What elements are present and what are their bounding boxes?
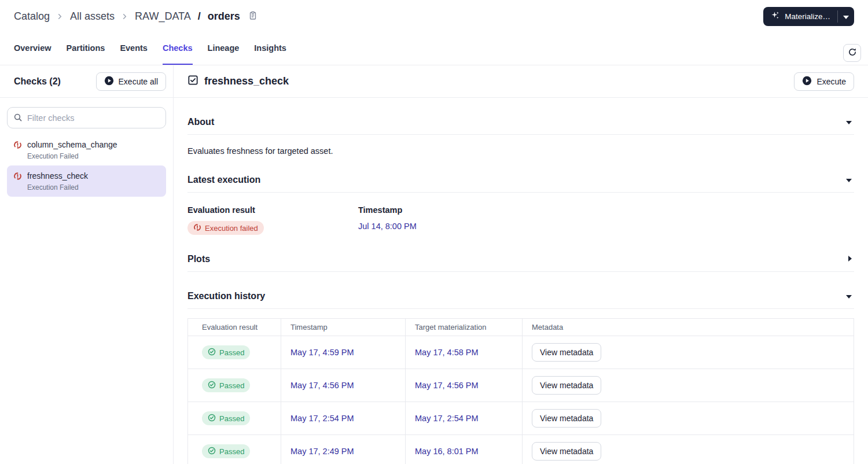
- top-bar: Catalog All assets RAW_DATA / orders Mat…: [0, 0, 868, 32]
- caret-down-icon: [846, 175, 852, 184]
- column-header-metadata: Metadata: [523, 319, 854, 336]
- target-materialization-link[interactable]: May 17, 2:54 PM: [415, 414, 479, 423]
- about-description: Evaluates freshness for targeted asset.: [187, 135, 854, 156]
- breadcrumb: Catalog All assets RAW_DATA / orders: [14, 10, 259, 23]
- execution-timestamp-link[interactable]: May 17, 2:49 PM: [290, 447, 354, 456]
- about-collapse-toggle[interactable]: [844, 115, 854, 128]
- caret-down-icon: [846, 292, 852, 300]
- clipboard-icon: [248, 11, 258, 22]
- table-row: Passed May 17, 4:56 PM May 17, 4:56 PM V…: [188, 369, 854, 402]
- latest-execution-section-header: Latest execution: [187, 173, 854, 193]
- breadcrumb-catalog[interactable]: Catalog: [14, 10, 50, 23]
- failed-circle-icon: [13, 172, 22, 181]
- sidebar-check-item-column_schema_change[interactable]: column_schema_change Execution Failed: [7, 134, 166, 165]
- tab-lineage[interactable]: Lineage: [208, 32, 240, 65]
- latest-execution-info: Evaluation result Execution failed Times…: [187, 205, 854, 235]
- timestamp-col: Timestamp Jul 14, 8:00 PM: [358, 205, 529, 235]
- plots-expand-toggle[interactable]: [846, 252, 854, 266]
- passed-badge-text: Passed: [219, 381, 244, 390]
- checks-sidebar: Checks (2) Execute all column_schema_cha…: [0, 65, 174, 464]
- caret-down-icon: [846, 117, 852, 126]
- evaluation-result-label: Evaluation result: [187, 205, 358, 215]
- passed-badge: Passed: [202, 345, 250, 359]
- tab-events[interactable]: Events: [120, 32, 148, 65]
- target-materialization-link[interactable]: May 17, 4:58 PM: [415, 348, 479, 357]
- execute-all-button[interactable]: Execute all: [96, 72, 166, 91]
- execution-history-collapse-toggle[interactable]: [844, 289, 854, 303]
- passed-badge: Passed: [202, 411, 250, 425]
- check-title: freshness_check: [204, 75, 289, 87]
- check-circle-icon: [208, 348, 216, 358]
- view-metadata-button[interactable]: View metadata: [532, 376, 601, 395]
- checks-list: column_schema_change Execution Failed fr…: [0, 133, 173, 198]
- play-circle-icon: [104, 76, 114, 87]
- plots-title: Plots: [187, 254, 210, 264]
- passed-badge-text: Passed: [219, 414, 244, 423]
- refresh-icon: [848, 47, 857, 58]
- execution-failed-badge: Execution failed: [187, 221, 264, 235]
- view-metadata-button[interactable]: View metadata: [532, 343, 601, 362]
- table-body: Passed May 17, 4:59 PM May 17, 4:58 PM V…: [188, 336, 854, 464]
- chevron-right-icon: [56, 12, 64, 21]
- execution-failed-text: Execution failed: [205, 224, 258, 233]
- view-metadata-button[interactable]: View metadata: [532, 409, 601, 428]
- caret-right-icon: [848, 255, 852, 263]
- check-circle-icon: [208, 447, 216, 456]
- passed-badge-text: Passed: [219, 348, 244, 357]
- check-item-status: Execution Failed: [27, 183, 88, 192]
- copy-asset-name-button[interactable]: [247, 10, 259, 23]
- tab-insights[interactable]: Insights: [254, 32, 286, 65]
- chevron-right-icon: [120, 12, 129, 21]
- check-item-name: freshness_check: [27, 171, 88, 182]
- passed-badge: Passed: [202, 378, 250, 392]
- check-detail-panel: freshness_check Execute About Evaluates …: [174, 65, 868, 464]
- check-item-status: Execution Failed: [27, 152, 117, 160]
- passed-badge-text: Passed: [219, 447, 244, 456]
- breadcrumb-all-assets[interactable]: All assets: [70, 10, 115, 23]
- execute-button[interactable]: Execute: [794, 72, 854, 91]
- about-title: About: [187, 117, 214, 127]
- column-header-timestamp: Timestamp: [281, 319, 406, 336]
- tab-partitions[interactable]: Partitions: [67, 32, 105, 65]
- execution-timestamp-link[interactable]: May 17, 4:59 PM: [290, 348, 354, 357]
- passed-badge: Passed: [202, 444, 250, 458]
- execution-timestamp-link[interactable]: May 17, 2:54 PM: [290, 414, 354, 423]
- checks-sidebar-header: Checks (2) Execute all: [0, 65, 173, 98]
- sidebar-check-item-freshness_check[interactable]: freshness_check Execution Failed: [7, 165, 166, 197]
- chevron-down-icon: [843, 11, 849, 21]
- execution-timestamp-link[interactable]: May 17, 4:56 PM: [290, 381, 354, 390]
- sparkle-icon: [770, 10, 780, 22]
- execution-history-title: Execution history: [187, 291, 265, 301]
- check-square-icon: [187, 75, 198, 89]
- tab-bar: OverviewPartitionsEventsChecksLineageIns…: [0, 32, 868, 65]
- about-section-header: About: [187, 115, 854, 135]
- failed-circle-icon: [193, 223, 201, 233]
- tab-overview[interactable]: Overview: [14, 32, 52, 65]
- breadcrumb-asset-name: orders: [208, 10, 240, 23]
- materialize-dropdown-button[interactable]: [838, 7, 854, 26]
- materialize-button[interactable]: Materialize…: [763, 7, 837, 26]
- latest-execution-collapse-toggle[interactable]: [844, 173, 854, 186]
- target-materialization-link[interactable]: May 17, 4:56 PM: [415, 381, 479, 390]
- column-header-target-materialization: Target materialization: [406, 319, 523, 336]
- filter-checks-input[interactable]: [7, 107, 166, 128]
- latest-timestamp-link[interactable]: Jul 14, 8:00 PM: [358, 222, 417, 231]
- table-row: Passed May 17, 2:54 PM May 17, 2:54 PM V…: [188, 402, 854, 435]
- execute-label: Execute: [816, 77, 846, 86]
- breadcrumb-asset-group[interactable]: RAW_DATA: [135, 10, 191, 23]
- plots-section-header: Plots: [187, 252, 854, 272]
- column-header-evaluation-result: Evaluation result: [188, 319, 281, 336]
- check-title-group: freshness_check: [187, 75, 289, 89]
- timestamp-label: Timestamp: [358, 205, 529, 215]
- check-circle-icon: [208, 381, 216, 391]
- execution-history-section-header: Execution history: [187, 289, 854, 309]
- target-materialization-link[interactable]: May 16, 8:01 PM: [415, 447, 479, 456]
- table-row: Passed May 17, 2:49 PM May 16, 8:01 PM V…: [188, 435, 854, 464]
- execute-all-label: Execute all: [119, 77, 158, 86]
- play-circle-icon: [802, 76, 812, 87]
- refresh-button[interactable]: [843, 44, 861, 62]
- check-detail-body: About Evaluates freshness for targeted a…: [174, 98, 868, 464]
- failed-circle-icon: [13, 141, 22, 149]
- tab-checks[interactable]: Checks: [163, 32, 193, 65]
- view-metadata-button[interactable]: View metadata: [532, 442, 601, 461]
